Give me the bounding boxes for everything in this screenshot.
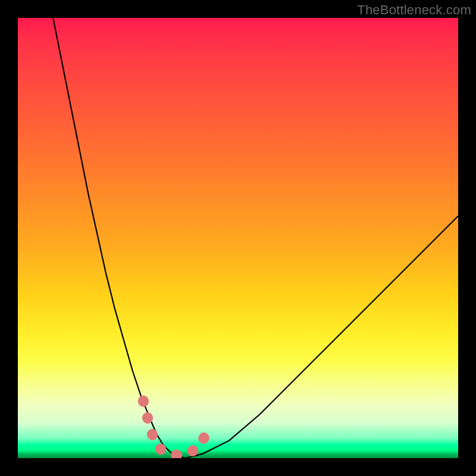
watermark-text: TheBottleneck.com — [357, 2, 471, 18]
dip-marker — [143, 401, 209, 456]
chart-frame: TheBottleneck.com — [0, 0, 476, 476]
bottleneck-curve — [53, 18, 458, 458]
curve-svg — [18, 18, 458, 458]
plot-area — [18, 18, 458, 458]
